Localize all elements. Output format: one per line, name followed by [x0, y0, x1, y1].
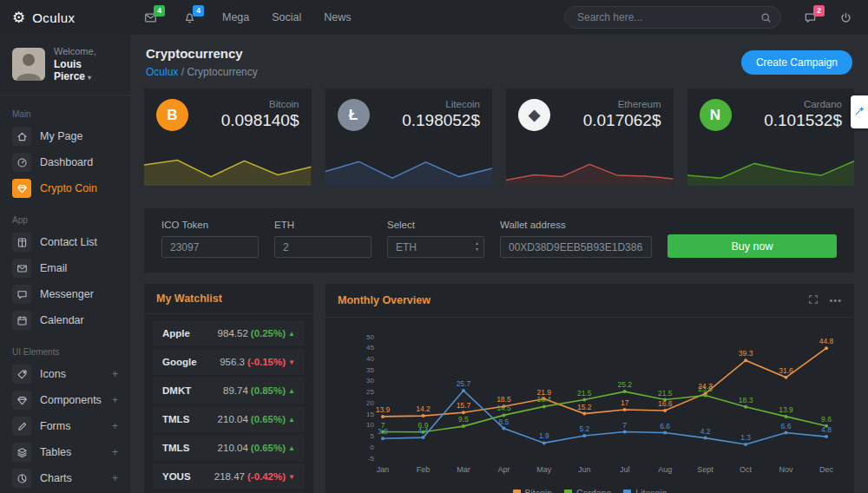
legend-item-litecoin[interactable]: Litecoin — [623, 488, 667, 493]
arrow-down-icon: ▼ — [288, 358, 295, 366]
watchlist-row[interactable]: TMLS210.04(0.65%)▲ — [153, 406, 305, 432]
sidebar-item-icons[interactable]: Icons+ — [12, 361, 118, 387]
arrow-up-icon: ▲ — [288, 416, 295, 424]
watchlist-panel: My Watchlist Apple984.52(0.25%)▲Google95… — [144, 284, 313, 493]
nav-link-mega[interactable]: Mega — [222, 11, 249, 23]
expand-icon[interactable]: + — [112, 420, 118, 432]
app-logo-icon: ⚙ — [12, 10, 25, 25]
ico-token-input[interactable] — [161, 236, 259, 258]
expand-icon[interactable]: + — [112, 472, 118, 484]
watchlist-row[interactable]: TMLS210.04(0.65%)▲ — [153, 435, 305, 461]
sidebar-section-label: App — [12, 215, 118, 225]
crypto-card-litecoin[interactable]: ŁLitecoin0.198052$ — [326, 89, 493, 186]
svg-text:18.5: 18.5 — [496, 395, 511, 404]
coin-value: 0.101532$ — [764, 111, 842, 130]
coin-sparkline — [506, 146, 674, 186]
more-options-icon[interactable]: ••• — [829, 295, 842, 306]
sidebar-item-calendar[interactable]: Calendar — [12, 307, 118, 333]
watchlist-row[interactable]: Google956.3(-0.15%)▼ — [153, 349, 305, 375]
svg-text:25.2: 25.2 — [617, 380, 632, 389]
svg-text:8.5: 8.5 — [498, 417, 509, 426]
calendar-icon — [12, 311, 31, 330]
svg-text:Jul: Jul — [620, 465, 630, 474]
svg-text:9.6: 9.6 — [821, 415, 832, 424]
expand-icon[interactable]: + — [112, 394, 118, 406]
monthly-overview-chart: 50454035302520151050-5JanFebMarAprMayJun… — [326, 318, 854, 486]
coin-name: Litecoin — [402, 99, 480, 109]
envelope-icon — [12, 259, 31, 278]
legend-item-bitcoin[interactable]: Bitcoin — [513, 488, 553, 493]
sidebar: Welcome, Louis Pierce▾ MainMy PageDashbo… — [0, 35, 130, 493]
coin-sparkline — [144, 146, 312, 186]
svg-text:Jan: Jan — [377, 465, 390, 474]
svg-text:0: 0 — [371, 444, 375, 451]
expand-icon[interactable]: + — [112, 368, 118, 380]
svg-text:18.3: 18.3 — [739, 396, 753, 404]
watchlist-row[interactable]: YOUS218.47(-0.42%)▼ — [153, 463, 305, 490]
watchlist-row[interactable]: Apple984.52(0.25%)▲ — [153, 320, 305, 346]
email-badge: 4 — [154, 5, 165, 16]
svg-text:5: 5 — [371, 432, 375, 440]
watchlist-row[interactable]: DMKT89.74(0.85%)▲ — [153, 378, 305, 404]
notifications-badge: 4 — [193, 5, 204, 16]
nav-link-news[interactable]: News — [324, 11, 351, 23]
sidebar-item-components[interactable]: Components+ — [12, 387, 118, 413]
svg-text:13.9: 13.9 — [376, 405, 391, 414]
svg-text:Sept: Sept — [697, 465, 713, 474]
wallet-address-input[interactable] — [500, 236, 652, 258]
theme-customizer-button[interactable] — [851, 95, 868, 128]
user-card[interactable]: Welcome, Louis Pierce▾ — [0, 46, 130, 95]
watchlist-title: My Watchlist — [156, 293, 222, 305]
svg-text:39.3: 39.3 — [739, 349, 753, 358]
search-icon[interactable] — [760, 11, 772, 27]
crypto-card-ethereum[interactable]: ◆Ethereum0.017062$ — [506, 89, 674, 186]
expand-icon[interactable]: + — [112, 446, 118, 458]
brand[interactable]: ⚙ Oculux — [0, 10, 130, 25]
gem-icon — [12, 391, 31, 410]
chat-icon[interactable]: 2 — [804, 11, 817, 24]
svg-text:6.6: 6.6 — [660, 422, 670, 431]
sidebar-item-email[interactable]: Email — [12, 255, 118, 281]
svg-text:17: 17 — [621, 398, 629, 407]
sidebar-item-contact-list[interactable]: Contact List — [12, 229, 118, 255]
svg-text:50: 50 — [366, 333, 374, 341]
svg-text:1.3: 1.3 — [740, 433, 751, 442]
coin-sparkline — [687, 146, 855, 186]
sidebar-item-crypto-coin[interactable]: Crypto Coin — [12, 175, 118, 201]
form-field-ico-token: ICO Token — [161, 220, 259, 258]
eth-input[interactable] — [274, 236, 372, 258]
bell-icon[interactable]: 4 — [183, 11, 196, 24]
fullscreen-icon[interactable] — [808, 293, 819, 308]
svg-text:15.2: 15.2 — [577, 403, 592, 411]
svg-text:44.8: 44.8 — [819, 337, 834, 345]
power-icon[interactable] — [839, 11, 852, 24]
search-input[interactable] — [564, 6, 781, 29]
tag-icon — [12, 365, 31, 384]
sidebar-item-messenger[interactable]: Messenger — [12, 281, 118, 307]
select-select[interactable] — [387, 236, 484, 258]
sidebar-item-my-page[interactable]: My Page — [12, 123, 118, 149]
sidebar-item-forms[interactable]: Forms+ — [12, 413, 118, 439]
nav-link-social[interactable]: Social — [272, 11, 301, 23]
svg-text:25: 25 — [366, 388, 374, 396]
create-campaign-button[interactable]: Create Campaign — [741, 50, 852, 75]
svg-text:Apr: Apr — [497, 465, 510, 474]
sidebar-item-charts[interactable]: Charts+ — [12, 465, 118, 491]
sidebar-item-dashboard[interactable]: Dashboard — [12, 149, 118, 175]
ethereum-icon: ◆ — [518, 99, 550, 131]
home-icon — [12, 127, 31, 146]
email-icon[interactable]: 4 — [144, 11, 157, 24]
crypto-card-cardano[interactable]: NCardano0.101532$ — [687, 89, 855, 186]
user-name[interactable]: Louis Pierce▾ — [54, 58, 122, 82]
svg-text:10: 10 — [366, 421, 374, 429]
cardano-icon: N — [700, 99, 732, 131]
sidebar-item-tables[interactable]: Tables+ — [12, 439, 118, 465]
buy-form: ICO TokenETHSelect▴▾Wallet address Buy n… — [144, 208, 854, 273]
breadcrumb-home-link[interactable]: Oculux — [146, 66, 178, 78]
form-field-select: Select▴▾ — [387, 220, 484, 258]
buy-now-button[interactable]: Buy now — [667, 234, 837, 258]
field-label: ICO Token — [161, 220, 259, 230]
avatar — [12, 48, 45, 81]
legend-item-cardano[interactable]: Cardano — [564, 488, 611, 493]
crypto-card-bitcoin[interactable]: BBitcoin0.098140$ — [144, 89, 312, 186]
